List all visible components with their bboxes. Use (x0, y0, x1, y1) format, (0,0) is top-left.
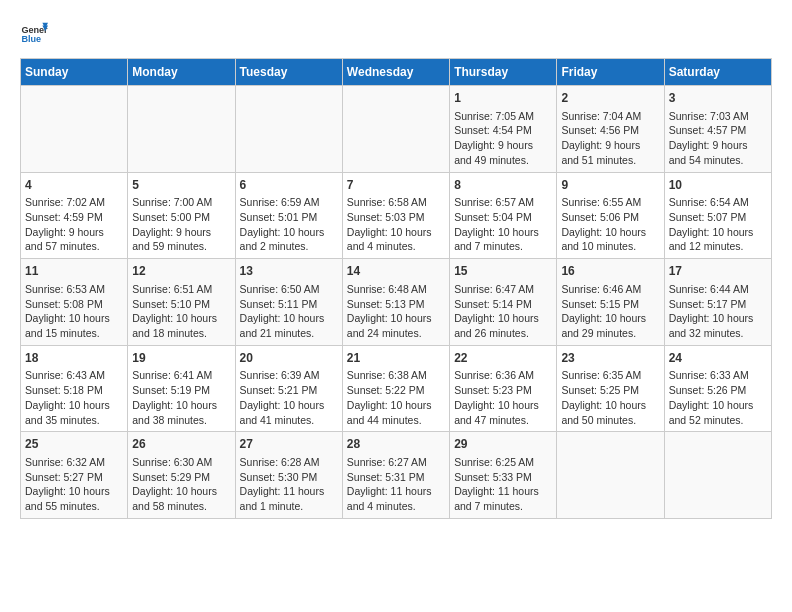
weekday-header-monday: Monday (128, 59, 235, 86)
calendar-cell (21, 86, 128, 173)
day-number: 23 (561, 350, 659, 367)
day-info: Sunrise: 6:32 AM Sunset: 5:27 PM Dayligh… (25, 455, 123, 514)
day-number: 7 (347, 177, 445, 194)
day-number: 17 (669, 263, 767, 280)
calendar-cell: 14Sunrise: 6:48 AM Sunset: 5:13 PM Dayli… (342, 259, 449, 346)
calendar-cell: 20Sunrise: 6:39 AM Sunset: 5:21 PM Dayli… (235, 345, 342, 432)
calendar-cell: 15Sunrise: 6:47 AM Sunset: 5:14 PM Dayli… (450, 259, 557, 346)
day-info: Sunrise: 6:53 AM Sunset: 5:08 PM Dayligh… (25, 282, 123, 341)
calendar-cell: 25Sunrise: 6:32 AM Sunset: 5:27 PM Dayli… (21, 432, 128, 519)
calendar-cell: 4Sunrise: 7:02 AM Sunset: 4:59 PM Daylig… (21, 172, 128, 259)
day-info: Sunrise: 6:57 AM Sunset: 5:04 PM Dayligh… (454, 195, 552, 254)
day-info: Sunrise: 6:54 AM Sunset: 5:07 PM Dayligh… (669, 195, 767, 254)
day-number: 27 (240, 436, 338, 453)
calendar-cell: 13Sunrise: 6:50 AM Sunset: 5:11 PM Dayli… (235, 259, 342, 346)
calendar-header: SundayMondayTuesdayWednesdayThursdayFrid… (21, 59, 772, 86)
weekday-header-wednesday: Wednesday (342, 59, 449, 86)
day-number: 13 (240, 263, 338, 280)
weekday-header-friday: Friday (557, 59, 664, 86)
calendar-cell (342, 86, 449, 173)
calendar-cell: 19Sunrise: 6:41 AM Sunset: 5:19 PM Dayli… (128, 345, 235, 432)
calendar-week-1: 1Sunrise: 7:05 AM Sunset: 4:54 PM Daylig… (21, 86, 772, 173)
day-number: 16 (561, 263, 659, 280)
calendar-cell: 28Sunrise: 6:27 AM Sunset: 5:31 PM Dayli… (342, 432, 449, 519)
calendar-cell (235, 86, 342, 173)
calendar-cell: 27Sunrise: 6:28 AM Sunset: 5:30 PM Dayli… (235, 432, 342, 519)
calendar-cell: 23Sunrise: 6:35 AM Sunset: 5:25 PM Dayli… (557, 345, 664, 432)
svg-text:Blue: Blue (21, 34, 41, 44)
calendar-week-3: 11Sunrise: 6:53 AM Sunset: 5:08 PM Dayli… (21, 259, 772, 346)
day-number: 6 (240, 177, 338, 194)
calendar-cell: 9Sunrise: 6:55 AM Sunset: 5:06 PM Daylig… (557, 172, 664, 259)
day-info: Sunrise: 6:30 AM Sunset: 5:29 PM Dayligh… (132, 455, 230, 514)
logo: General Blue (20, 20, 52, 48)
day-info: Sunrise: 6:48 AM Sunset: 5:13 PM Dayligh… (347, 282, 445, 341)
calendar-cell: 26Sunrise: 6:30 AM Sunset: 5:29 PM Dayli… (128, 432, 235, 519)
calendar-body: 1Sunrise: 7:05 AM Sunset: 4:54 PM Daylig… (21, 86, 772, 519)
weekday-header-tuesday: Tuesday (235, 59, 342, 86)
calendar-cell: 2Sunrise: 7:04 AM Sunset: 4:56 PM Daylig… (557, 86, 664, 173)
calendar-cell: 18Sunrise: 6:43 AM Sunset: 5:18 PM Dayli… (21, 345, 128, 432)
day-info: Sunrise: 6:44 AM Sunset: 5:17 PM Dayligh… (669, 282, 767, 341)
day-number: 19 (132, 350, 230, 367)
calendar-cell: 29Sunrise: 6:25 AM Sunset: 5:33 PM Dayli… (450, 432, 557, 519)
day-info: Sunrise: 6:41 AM Sunset: 5:19 PM Dayligh… (132, 368, 230, 427)
day-number: 14 (347, 263, 445, 280)
calendar-week-2: 4Sunrise: 7:02 AM Sunset: 4:59 PM Daylig… (21, 172, 772, 259)
calendar-cell (128, 86, 235, 173)
day-info: Sunrise: 6:28 AM Sunset: 5:30 PM Dayligh… (240, 455, 338, 514)
day-info: Sunrise: 6:39 AM Sunset: 5:21 PM Dayligh… (240, 368, 338, 427)
calendar-cell: 7Sunrise: 6:58 AM Sunset: 5:03 PM Daylig… (342, 172, 449, 259)
day-number: 28 (347, 436, 445, 453)
weekday-header-sunday: Sunday (21, 59, 128, 86)
calendar-cell: 10Sunrise: 6:54 AM Sunset: 5:07 PM Dayli… (664, 172, 771, 259)
calendar-cell: 3Sunrise: 7:03 AM Sunset: 4:57 PM Daylig… (664, 86, 771, 173)
day-info: Sunrise: 6:38 AM Sunset: 5:22 PM Dayligh… (347, 368, 445, 427)
day-number: 18 (25, 350, 123, 367)
calendar-cell (557, 432, 664, 519)
day-number: 26 (132, 436, 230, 453)
day-info: Sunrise: 6:59 AM Sunset: 5:01 PM Dayligh… (240, 195, 338, 254)
day-number: 29 (454, 436, 552, 453)
day-number: 22 (454, 350, 552, 367)
calendar-cell: 8Sunrise: 6:57 AM Sunset: 5:04 PM Daylig… (450, 172, 557, 259)
day-info: Sunrise: 6:50 AM Sunset: 5:11 PM Dayligh… (240, 282, 338, 341)
day-number: 1 (454, 90, 552, 107)
day-info: Sunrise: 6:43 AM Sunset: 5:18 PM Dayligh… (25, 368, 123, 427)
day-number: 3 (669, 90, 767, 107)
day-number: 9 (561, 177, 659, 194)
calendar-cell: 1Sunrise: 7:05 AM Sunset: 4:54 PM Daylig… (450, 86, 557, 173)
day-info: Sunrise: 6:33 AM Sunset: 5:26 PM Dayligh… (669, 368, 767, 427)
calendar-cell: 24Sunrise: 6:33 AM Sunset: 5:26 PM Dayli… (664, 345, 771, 432)
day-info: Sunrise: 6:46 AM Sunset: 5:15 PM Dayligh… (561, 282, 659, 341)
day-info: Sunrise: 7:05 AM Sunset: 4:54 PM Dayligh… (454, 109, 552, 168)
day-info: Sunrise: 6:55 AM Sunset: 5:06 PM Dayligh… (561, 195, 659, 254)
calendar-table: SundayMondayTuesdayWednesdayThursdayFrid… (20, 58, 772, 519)
day-number: 4 (25, 177, 123, 194)
day-number: 12 (132, 263, 230, 280)
day-info: Sunrise: 7:02 AM Sunset: 4:59 PM Dayligh… (25, 195, 123, 254)
day-number: 21 (347, 350, 445, 367)
day-info: Sunrise: 6:36 AM Sunset: 5:23 PM Dayligh… (454, 368, 552, 427)
day-number: 20 (240, 350, 338, 367)
day-info: Sunrise: 6:27 AM Sunset: 5:31 PM Dayligh… (347, 455, 445, 514)
calendar-cell (664, 432, 771, 519)
weekday-header-row: SundayMondayTuesdayWednesdayThursdayFrid… (21, 59, 772, 86)
day-number: 15 (454, 263, 552, 280)
calendar-cell: 5Sunrise: 7:00 AM Sunset: 5:00 PM Daylig… (128, 172, 235, 259)
header: General Blue (20, 20, 772, 48)
day-info: Sunrise: 6:25 AM Sunset: 5:33 PM Dayligh… (454, 455, 552, 514)
day-info: Sunrise: 6:58 AM Sunset: 5:03 PM Dayligh… (347, 195, 445, 254)
day-info: Sunrise: 6:35 AM Sunset: 5:25 PM Dayligh… (561, 368, 659, 427)
calendar-cell: 21Sunrise: 6:38 AM Sunset: 5:22 PM Dayli… (342, 345, 449, 432)
day-info: Sunrise: 7:00 AM Sunset: 5:00 PM Dayligh… (132, 195, 230, 254)
day-info: Sunrise: 7:04 AM Sunset: 4:56 PM Dayligh… (561, 109, 659, 168)
calendar-cell: 22Sunrise: 6:36 AM Sunset: 5:23 PM Dayli… (450, 345, 557, 432)
calendar-cell: 16Sunrise: 6:46 AM Sunset: 5:15 PM Dayli… (557, 259, 664, 346)
weekday-header-thursday: Thursday (450, 59, 557, 86)
day-number: 25 (25, 436, 123, 453)
logo-icon: General Blue (20, 20, 48, 48)
calendar-week-4: 18Sunrise: 6:43 AM Sunset: 5:18 PM Dayli… (21, 345, 772, 432)
day-number: 8 (454, 177, 552, 194)
day-number: 2 (561, 90, 659, 107)
